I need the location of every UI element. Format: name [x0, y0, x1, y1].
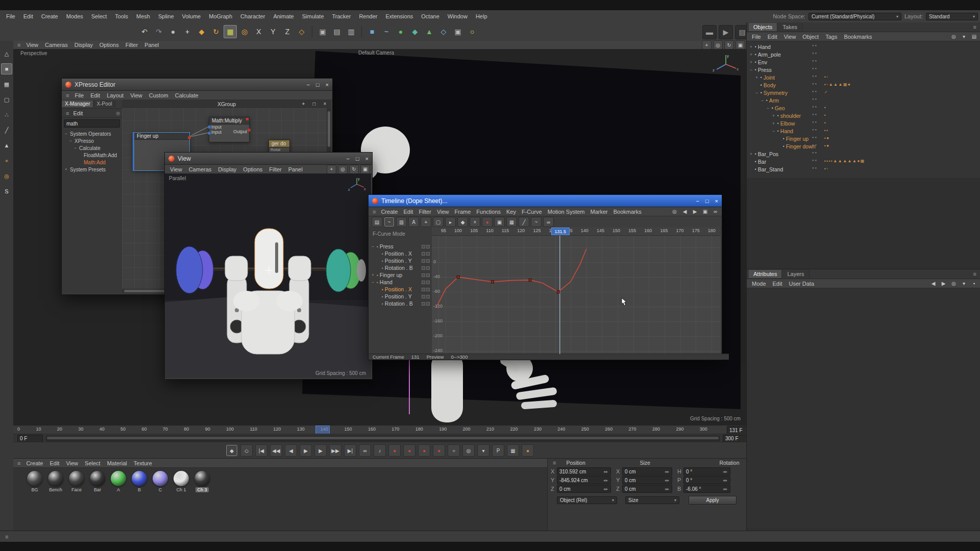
xpresso-tree-label[interactable]: System Operators: [70, 131, 111, 137]
scale-tool-icon[interactable]: ◆: [195, 25, 208, 38]
material-name[interactable]: C: [157, 487, 164, 492]
material-menu-item[interactable]: Select: [82, 460, 104, 467]
object-name[interactable]: Bar_Stand: [758, 166, 783, 172]
expander-icon[interactable]: +: [64, 167, 68, 172]
magnet-icon[interactable]: ▦: [506, 217, 517, 227]
xpresso-tab[interactable]: X-Manager: [62, 101, 93, 107]
play-mode-icon[interactable]: ∞: [359, 444, 371, 457]
smooth-tangent-icon[interactable]: ~: [531, 217, 542, 227]
object-name[interactable]: Bar_Pos: [758, 151, 778, 157]
hamburger-icon[interactable]: ≡: [15, 460, 22, 466]
object-name[interactable]: Bar: [758, 159, 766, 165]
timeline-frame-ruler[interactable]: 9510010511011512012513013514014515015516…: [432, 227, 721, 236]
record-point-level-icon[interactable]: ○: [448, 444, 460, 457]
xpresso-menu-item[interactable]: Custom: [146, 92, 172, 99]
material-preview-sphere[interactable]: [90, 471, 105, 486]
maximize-view-icon[interactable]: ▣: [736, 40, 745, 49]
visibility-dots[interactable]: ●●: [812, 44, 818, 47]
attributes-panel-tab[interactable]: Attributes: [749, 270, 782, 278]
timeline-menu-item[interactable]: Key: [504, 208, 519, 215]
filter-icon[interactable]: ▾: [960, 33, 968, 41]
node-space-select[interactable]: Current (Standard/Physical)▾: [808, 13, 901, 20]
expander-icon[interactable]: −: [371, 280, 375, 285]
add-field-icon[interactable]: ◇: [437, 25, 450, 38]
xpresso-tree-row[interactable]: − Calculate: [62, 144, 122, 152]
track-toggles[interactable]: [422, 288, 432, 291]
move-keys-icon[interactable]: +: [421, 217, 431, 227]
material-item[interactable]: A: [109, 471, 128, 492]
visibility-dots[interactable]: ●●: [812, 159, 818, 162]
object-tree-row[interactable]: ▪ Bar_Stand ●● ▪▫: [747, 165, 980, 173]
xpresso-tree-row[interactable]: − System Operators: [62, 130, 122, 137]
object-tags[interactable]: ▪: [824, 105, 826, 110]
attributes-menu-item[interactable]: User Data: [786, 280, 818, 287]
object-name[interactable]: Elbow: [780, 120, 795, 127]
magnet-snap-icon[interactable]: ▦: [507, 444, 519, 457]
motion-clip-mode-icon[interactable]: ▥: [396, 217, 407, 227]
objects-menu-item[interactable]: Edit: [765, 33, 780, 40]
keyframe-presets-icon[interactable]: ▾: [477, 444, 489, 457]
position-value-field[interactable]: -845.924 cm◂▸: [557, 476, 611, 484]
menubar-item[interactable]: Animate: [269, 12, 298, 20]
maximize-group-icon[interactable]: □: [310, 100, 318, 108]
xpresso-titlebar[interactable]: XPresso Editor − □ ×: [62, 79, 332, 91]
apply-button[interactable]: Apply: [689, 496, 737, 505]
node-title[interactable]: ger do: [269, 140, 289, 147]
add-key-icon[interactable]: ◆: [457, 217, 468, 227]
object-tree-row[interactable]: − ▪ Geo ●● ▪: [747, 104, 980, 112]
add-camera-icon[interactable]: ▣: [451, 25, 464, 38]
material-item[interactable]: Face: [67, 471, 86, 492]
goto-end-icon[interactable]: ▶|: [344, 444, 356, 457]
size-mode-select[interactable]: Size▾: [625, 496, 679, 504]
visibility-dots[interactable]: ●●: [812, 67, 818, 70]
visibility-dots[interactable]: ●●: [812, 143, 818, 146]
region-tool-icon[interactable]: ▢: [433, 217, 444, 227]
track-toggles[interactable]: [422, 302, 432, 306]
menubar-item[interactable]: Create: [37, 12, 62, 20]
expander-icon[interactable]: +: [749, 52, 753, 57]
object-tree-row[interactable]: − ▪ Press ●●: [747, 66, 980, 73]
object-tags[interactable]: ▪▫: [824, 166, 829, 171]
automatic-mode-icon[interactable]: A: [408, 217, 419, 227]
material-menu-item[interactable]: Material: [104, 460, 130, 467]
xpresso-tree-row[interactable]: Math:Add: [62, 159, 122, 166]
object-tree-row[interactable]: ▪ Bar ●● ▪▪▪▪▲▲▲▲▲●▦: [747, 158, 980, 165]
viewport-menu-item[interactable]: View: [23, 41, 41, 48]
material-menu-item[interactable]: View: [63, 460, 81, 467]
rotate-view-icon[interactable]: ↻: [349, 165, 359, 174]
viewport-menu-item[interactable]: Options: [96, 41, 122, 48]
x-axis-icon[interactable]: X: [252, 25, 265, 38]
view-menu-item[interactable]: View: [167, 166, 185, 173]
expander-icon[interactable]: +: [371, 272, 375, 278]
hamburger-icon[interactable]: ≡: [64, 110, 71, 116]
track-toggles[interactable]: [422, 259, 432, 263]
spinner-icon[interactable]: ◂▸: [723, 469, 728, 474]
track-name[interactable]: Hand: [380, 279, 393, 285]
object-tags[interactable]: ▪●: [824, 143, 830, 148]
close-button[interactable]: ×: [365, 156, 369, 162]
spinner-icon[interactable]: ◂▸: [603, 487, 608, 491]
panel-menu-icon[interactable]: ≡: [971, 271, 978, 277]
menubar-item[interactable]: Tools: [111, 12, 132, 20]
track-name[interactable]: Rotation . B: [385, 265, 413, 271]
attributes-panel-tab[interactable]: Layers: [782, 270, 809, 278]
panel-options-icon[interactable]: ▤: [970, 33, 978, 41]
expander-icon[interactable]: −: [749, 67, 753, 72]
timeline-menu-item[interactable]: Edit: [401, 208, 415, 215]
visibility-dots[interactable]: ●●: [812, 151, 818, 154]
simulation-sphere-icon[interactable]: ●: [522, 444, 534, 457]
hamburger-icon[interactable]: ≡: [371, 209, 378, 215]
keyframe-selection-icon[interactable]: ◇: [240, 444, 253, 457]
material-menu-item[interactable]: Create: [23, 460, 46, 467]
input-port[interactable]: [208, 126, 211, 129]
current-frame-marker[interactable]: 131.5: [551, 228, 570, 235]
object-name[interactable]: Hand: [758, 44, 771, 50]
rotation-value-field[interactable]: 0 °◂▸: [683, 467, 730, 475]
float-group-icon[interactable]: +: [299, 100, 308, 108]
size-value-field[interactable]: 0 cm◂▸: [622, 485, 672, 493]
maximize-button[interactable]: □: [356, 156, 359, 162]
object-tree-row[interactable]: + ▪ Env ●●: [747, 58, 980, 66]
close-button[interactable]: ×: [715, 198, 718, 204]
size-value-field[interactable]: 0 cm◂▸: [622, 467, 672, 475]
render-view-icon[interactable]: ▣: [316, 25, 329, 38]
